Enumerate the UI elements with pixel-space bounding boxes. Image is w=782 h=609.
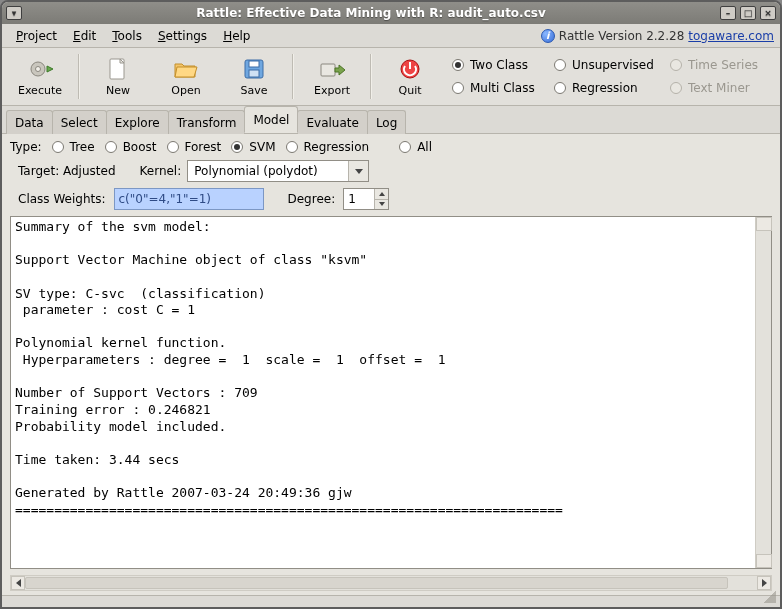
- vertical-scrollbar[interactable]: [755, 217, 771, 568]
- degree-down-button[interactable]: [375, 199, 388, 210]
- radio-forest-label: Forest: [185, 140, 222, 154]
- new-label: New: [106, 84, 130, 97]
- svg-rect-10: [409, 62, 411, 69]
- gear-run-icon: [26, 56, 54, 82]
- tab-model[interactable]: Model: [244, 106, 298, 133]
- maximize-button[interactable]: □: [740, 6, 756, 20]
- version-text: Rattle Version 2.2.28: [559, 29, 684, 43]
- version-info: i Rattle Version 2.2.28 togaware.com: [541, 29, 774, 43]
- radio-unsupervised-label: Unsupervised: [572, 58, 654, 72]
- radio-regression[interactable]: Regression: [554, 81, 666, 95]
- chevron-left-icon: [16, 579, 21, 587]
- model-panel: Type: Tree Boost Forest SVM Regression A…: [2, 134, 780, 595]
- menu-project[interactable]: Project: [8, 27, 65, 45]
- type-label: Type:: [10, 140, 42, 154]
- export-button[interactable]: Export: [298, 50, 366, 103]
- radio-multi-class[interactable]: Multi Class: [452, 81, 550, 95]
- tab-log[interactable]: Log: [367, 110, 406, 134]
- menu-settings[interactable]: Settings: [150, 27, 215, 45]
- svg-rect-6: [249, 61, 259, 67]
- class-weights-label: Class Weights:: [18, 192, 106, 206]
- radio-two-class[interactable]: Two Class: [452, 58, 550, 72]
- menu-help-label: elp: [232, 29, 250, 43]
- separator: [78, 54, 80, 99]
- menu-project-label: roject: [23, 29, 57, 43]
- radio-tree[interactable]: Tree: [52, 140, 95, 154]
- folder-open-icon: [172, 56, 200, 82]
- titlebar: ▾ Rattle: Effective Data Mining with R: …: [2, 2, 780, 24]
- separator: [292, 54, 294, 99]
- menu-tools[interactable]: Tools: [104, 27, 150, 45]
- radio-multi-class-label: Multi Class: [470, 81, 535, 95]
- model-output-text[interactable]: Summary of the svm model: Support Vector…: [11, 217, 755, 568]
- svg-rect-7: [249, 70, 259, 77]
- tab-evaluate[interactable]: Evaluate: [297, 110, 367, 134]
- radio-forest[interactable]: Forest: [167, 140, 222, 154]
- radio-boost[interactable]: Boost: [105, 140, 157, 154]
- degree-spin[interactable]: [343, 188, 389, 210]
- execute-button[interactable]: Execute: [6, 50, 74, 103]
- scroll-right-button[interactable]: [757, 576, 771, 590]
- degree-label: Degree:: [288, 192, 336, 206]
- window-menu-button[interactable]: ▾: [6, 6, 22, 20]
- version-link[interactable]: togaware.com: [688, 29, 774, 43]
- radio-regression-type-label: Regression: [304, 140, 370, 154]
- radio-unsupervised[interactable]: Unsupervised: [554, 58, 666, 72]
- menu-tools-label: ools: [118, 29, 142, 43]
- new-button[interactable]: New: [84, 50, 152, 103]
- degree-input[interactable]: [344, 189, 374, 209]
- radio-regression-label: Regression: [572, 81, 638, 95]
- close-button[interactable]: ×: [760, 6, 776, 20]
- power-icon: [396, 56, 424, 82]
- options-row: Class Weights: Degree:: [10, 188, 772, 210]
- new-doc-icon: [104, 56, 132, 82]
- class-weights-input[interactable]: [114, 188, 264, 210]
- scroll-down-button[interactable]: [756, 554, 772, 568]
- separator: [370, 54, 372, 99]
- info-icon: i: [541, 29, 555, 43]
- tab-select[interactable]: Select: [52, 110, 107, 134]
- kernel-combo[interactable]: Polynomial (polydot): [187, 160, 369, 182]
- horizontal-scrollbar[interactable]: [10, 575, 772, 591]
- output-area: Summary of the svm model: Support Vector…: [10, 216, 772, 569]
- type-row: Type: Tree Boost Forest SVM Regression A…: [10, 140, 772, 154]
- chevron-right-icon: [762, 579, 767, 587]
- resize-grip[interactable]: [764, 591, 776, 603]
- scroll-left-button[interactable]: [11, 576, 25, 590]
- menu-settings-label: ettings: [166, 29, 208, 43]
- menubar: Project Edit Tools Settings Help i Rattl…: [2, 24, 780, 48]
- degree-up-button[interactable]: [375, 189, 388, 199]
- menu-help[interactable]: Help: [215, 27, 258, 45]
- radio-two-class-label: Two Class: [470, 58, 528, 72]
- export-label: Export: [314, 84, 350, 97]
- hscroll-thumb[interactable]: [25, 577, 728, 589]
- execute-label: Execute: [18, 84, 62, 97]
- radio-regression-type[interactable]: Regression: [286, 140, 370, 154]
- scroll-up-button[interactable]: [756, 217, 772, 231]
- svg-point-1: [36, 67, 41, 72]
- radio-all-label: All: [417, 140, 432, 154]
- param-row: Target: Adjusted Kernel: Polynomial (pol…: [10, 160, 772, 182]
- open-button[interactable]: Open: [152, 50, 220, 103]
- tab-transform[interactable]: Transform: [168, 110, 246, 134]
- floppy-icon: [240, 56, 268, 82]
- quit-label: Quit: [399, 84, 422, 97]
- save-button[interactable]: Save: [220, 50, 288, 103]
- chevron-down-icon: [355, 169, 363, 174]
- hscroll-track[interactable]: [25, 576, 757, 590]
- quit-button[interactable]: Quit: [376, 50, 444, 103]
- kernel-dropdown-button[interactable]: [348, 161, 368, 181]
- radio-time-series: Time Series: [670, 58, 770, 72]
- kernel-value: Polynomial (polydot): [188, 161, 348, 181]
- radio-svm[interactable]: SVM: [231, 140, 275, 154]
- tab-data[interactable]: Data: [6, 110, 53, 134]
- chevron-down-icon: [379, 202, 385, 206]
- minimize-button[interactable]: –: [720, 6, 736, 20]
- radio-all[interactable]: All: [399, 140, 432, 154]
- tab-explore[interactable]: Explore: [106, 110, 169, 134]
- open-label: Open: [171, 84, 200, 97]
- menu-edit[interactable]: Edit: [65, 27, 104, 45]
- tab-bar: Data Select Explore Transform Model Eval…: [2, 106, 780, 134]
- target-label: Target: Adjusted: [18, 164, 116, 178]
- radio-text-miner: Text Miner: [670, 81, 770, 95]
